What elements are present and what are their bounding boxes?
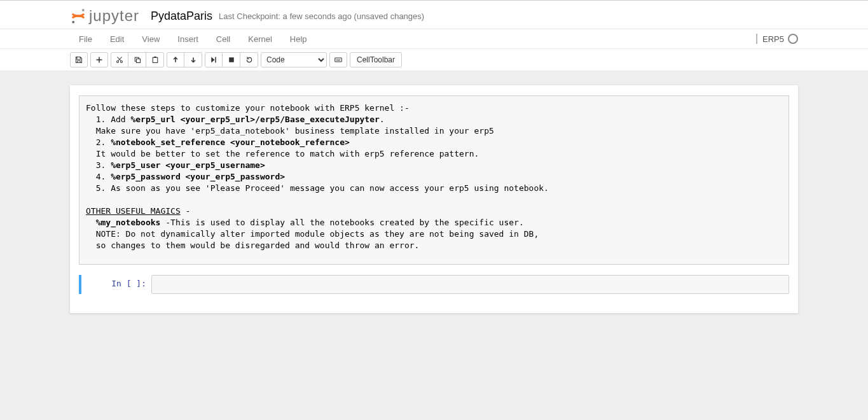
cell-toolbar-button[interactable]: CellToolbar [350,52,402,67]
jupyter-icon [70,8,86,24]
svg-point-0 [82,9,85,11]
menu-view[interactable]: View [133,31,169,48]
svg-point-1 [72,21,74,24]
menu-help[interactable]: Help [281,31,316,48]
notebook-title[interactable]: PydataParis [151,10,212,23]
svg-rect-7 [154,57,156,58]
svg-point-2 [117,61,119,63]
svg-rect-8 [215,57,216,63]
restart-button[interactable] [240,52,258,67]
cell-type-select[interactable]: Code [261,52,327,67]
command-palette-button[interactable] [329,52,347,67]
paste-button[interactable] [146,52,164,67]
svg-rect-6 [153,57,158,62]
jupyter-wordmark: jupyter [89,7,139,25]
kernel-name: ERP5 [762,34,784,44]
svg-rect-9 [229,57,234,62]
save-button[interactable] [70,52,88,67]
save-icon [75,56,83,64]
kernel-instructions-output: Follow these steps to customize your not… [79,95,789,265]
copy-icon [134,56,141,64]
menu-insert[interactable]: Insert [169,31,207,48]
menu-edit[interactable]: Edit [101,31,133,48]
add-cell-button[interactable] [90,52,108,67]
stop-icon [228,56,235,64]
arrow-up-icon [172,56,179,64]
menu-bar: File Edit View Insert Cell Kernel Help E… [0,29,868,49]
paste-icon [151,56,159,64]
keyboard-icon [334,56,342,64]
notebook-container: Follow these steps to customize your not… [70,85,798,313]
kernel-indicator-icon [788,34,798,44]
cut-icon [116,56,123,64]
copy-button[interactable] [128,52,146,67]
notebook-body: Follow these steps to customize your not… [0,71,868,420]
menu-cell[interactable]: Cell [207,31,239,48]
notebook-header: jupyter PydataParis Last Checkpoint: a f… [0,3,868,29]
cut-button[interactable] [111,52,128,67]
checkpoint-status: Last Checkpoint: a few seconds ago (unsa… [219,11,424,21]
svg-point-3 [121,61,123,63]
menu-file[interactable]: File [70,31,101,48]
step-forward-icon [210,56,217,64]
code-cell[interactable]: In [ ]: [79,275,789,294]
plus-icon [95,56,103,64]
move-down-button[interactable] [184,52,202,67]
svg-rect-5 [136,59,140,63]
move-up-button[interactable] [167,52,184,67]
interrupt-button[interactable] [223,52,240,67]
tool-bar: Code CellToolbar [0,49,868,71]
refresh-icon [245,56,253,64]
menu-kernel[interactable]: Kernel [239,31,281,48]
code-input[interactable] [151,275,789,294]
arrow-down-icon [189,56,197,64]
run-button[interactable] [205,52,223,67]
input-prompt: In [ ]: [83,275,151,288]
jupyter-logo[interactable]: jupyter [70,7,139,25]
svg-rect-10 [335,58,342,62]
